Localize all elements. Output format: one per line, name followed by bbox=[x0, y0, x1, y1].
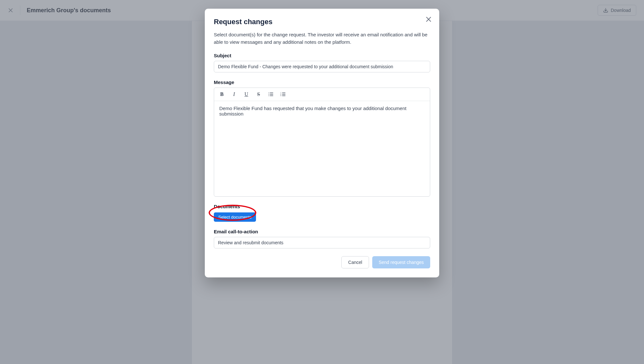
modal-footer: Cancel Send request changes bbox=[214, 256, 430, 268]
documents-label: Documents bbox=[214, 204, 430, 209]
modal-title: Request changes bbox=[214, 18, 430, 26]
cta-label: Email call-to-action bbox=[214, 229, 430, 234]
svg-text:3: 3 bbox=[280, 95, 281, 97]
strikethrough-button[interactable]: S bbox=[255, 91, 262, 98]
svg-point-9 bbox=[269, 96, 269, 96]
send-request-changes-button[interactable]: Send request changes bbox=[372, 256, 430, 268]
select-documents-button[interactable]: Select documents bbox=[214, 212, 256, 222]
bullet-list-button[interactable] bbox=[268, 91, 274, 98]
svg-point-7 bbox=[269, 94, 269, 95]
documents-row: Select documents bbox=[214, 209, 430, 222]
editor-toolbar: B I U S 1 bbox=[214, 88, 430, 101]
modal-description: Select document(s) for the change reques… bbox=[214, 31, 430, 46]
numbered-list-button[interactable]: 1 2 3 bbox=[280, 91, 286, 98]
italic-button[interactable]: I bbox=[231, 91, 237, 98]
message-label: Message bbox=[214, 79, 430, 85]
message-editor: B I U S 1 bbox=[214, 88, 430, 197]
underline-button[interactable]: U bbox=[243, 91, 250, 98]
svg-point-5 bbox=[269, 93, 269, 93]
modal-overlay: Request changes Select document(s) for t… bbox=[0, 0, 644, 364]
subject-label: Subject bbox=[214, 53, 430, 58]
request-changes-modal: Request changes Select document(s) for t… bbox=[205, 9, 439, 277]
cta-input[interactable] bbox=[214, 237, 430, 248]
modal-close-icon[interactable] bbox=[425, 16, 432, 23]
subject-input[interactable] bbox=[214, 61, 430, 72]
bold-button[interactable]: B bbox=[219, 91, 225, 98]
message-textarea[interactable]: Demo Flexible Fund has requested that yo… bbox=[214, 101, 430, 196]
cancel-button[interactable]: Cancel bbox=[341, 256, 369, 268]
